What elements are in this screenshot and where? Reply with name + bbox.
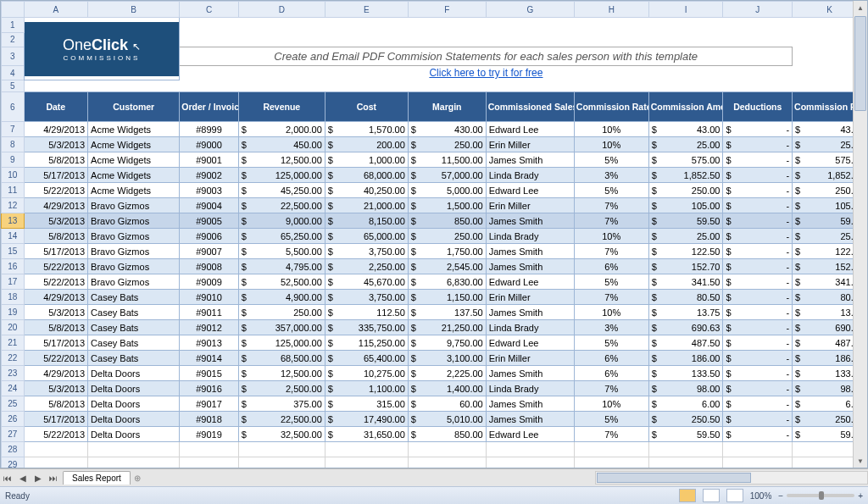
cell-margin[interactable]: $1,500.00	[408, 198, 486, 213]
cell-margin[interactable]: $250.00	[408, 137, 486, 152]
cell-revenue[interactable]: $12,500.00	[238, 366, 325, 381]
cell-revenue[interactable]: $250.00	[238, 305, 325, 320]
row-header-11[interactable]: 11	[2, 183, 25, 198]
header-amt[interactable]: Commission Amount	[648, 92, 723, 122]
cell-cost[interactable]: $40,250.00	[325, 183, 408, 198]
cell-deductions[interactable]: $-	[723, 244, 793, 259]
row-header-2[interactable]: 2	[2, 32, 25, 47]
cell-margin[interactable]: $11,500.00	[408, 152, 486, 168]
cell-rate[interactable]: 10%	[574, 396, 648, 412]
cell-empty[interactable]	[325, 457, 408, 469]
cell-margin[interactable]: $137.50	[408, 305, 486, 320]
cell-cost[interactable]: $2,250.00	[325, 259, 408, 274]
row-header-8[interactable]: 8	[2, 137, 25, 152]
row-header-6[interactable]: 6	[2, 92, 25, 122]
cell-amount[interactable]: $80.50	[648, 290, 723, 305]
cell-date[interactable]: 5/22/2013	[24, 259, 88, 274]
cell-customer[interactable]: Bravo Gizmos	[88, 229, 180, 244]
tab-nav-last[interactable]: ⏭	[46, 474, 61, 483]
cell-empty[interactable]	[24, 442, 88, 457]
cell-revenue[interactable]: $22,500.00	[238, 198, 325, 213]
row-header-25[interactable]: 25	[2, 396, 25, 412]
cell-date[interactable]: 5/22/2013	[24, 183, 88, 198]
cell-salesperson[interactable]: James Smith	[486, 305, 574, 320]
cell-cost[interactable]: $200.00	[325, 137, 408, 152]
cell-revenue[interactable]: $68,500.00	[238, 351, 325, 366]
cell-margin[interactable]: $57,000.00	[408, 168, 486, 183]
cell-revenue[interactable]: $357,000.00	[238, 320, 325, 335]
cell-deductions[interactable]: $-	[723, 412, 793, 427]
cell-revenue[interactable]: $32,500.00	[238, 427, 325, 442]
cell-amount[interactable]: $98.00	[648, 381, 723, 396]
cell-salesperson[interactable]: James Smith	[486, 396, 574, 412]
cell-empty[interactable]	[24, 457, 88, 469]
cell-rate[interactable]: 5%	[574, 183, 648, 198]
cell-cost[interactable]: $17,490.00	[325, 412, 408, 427]
cell-customer[interactable]: Bravo Gizmos	[88, 274, 180, 290]
row-header-1[interactable]: 1	[2, 18, 25, 33]
row-header-18[interactable]: 18	[2, 290, 25, 305]
cell-salesperson[interactable]: Linda Brady	[486, 168, 574, 183]
tab-nav-next[interactable]: ▶	[31, 474, 46, 483]
cell-margin[interactable]: $2,545.00	[408, 259, 486, 274]
cell-customer[interactable]: Delta Doors	[88, 427, 180, 442]
cell-amount[interactable]: $43.00	[648, 122, 723, 137]
cell-deductions[interactable]: $-	[723, 229, 793, 244]
cell-deductions[interactable]: $-	[723, 381, 793, 396]
cell-rate[interactable]: 7%	[574, 427, 648, 442]
cell-empty[interactable]	[723, 442, 793, 457]
cell-rate[interactable]: 10%	[574, 229, 648, 244]
cell-margin[interactable]: $5,000.00	[408, 183, 486, 198]
row-header-12[interactable]: 12	[2, 198, 25, 213]
cell-deductions[interactable]: $-	[723, 320, 793, 335]
cell-cost[interactable]: $1,000.00	[325, 152, 408, 168]
cell-empty[interactable]	[88, 442, 180, 457]
cell-customer[interactable]: Delta Doors	[88, 396, 180, 412]
cell-deductions[interactable]: $-	[723, 274, 793, 290]
cell-amount[interactable]: $6.00	[648, 396, 723, 412]
row-header-14[interactable]: 14	[2, 229, 25, 244]
cell-invoice[interactable]: #9011	[180, 305, 238, 320]
cell-rate[interactable]: 7%	[574, 290, 648, 305]
insert-sheet-icon[interactable]: ⊕	[134, 474, 141, 483]
scroll-up-arrow[interactable]: ▲	[854, 1, 867, 14]
cell-rate[interactable]: 3%	[574, 320, 648, 335]
cell-deductions[interactable]: $-	[723, 152, 793, 168]
cell-revenue[interactable]: $52,500.00	[238, 274, 325, 290]
row-header-10[interactable]: 10	[2, 168, 25, 183]
cell-margin[interactable]: $430.00	[408, 122, 486, 137]
cell-customer[interactable]: Casey Bats	[88, 290, 180, 305]
row-header-9[interactable]: 9	[2, 152, 25, 168]
hscroll-thumb[interactable]	[597, 473, 751, 483]
cell-amount[interactable]: $122.50	[648, 244, 723, 259]
cell-empty[interactable]	[24, 80, 866, 92]
cell-rate[interactable]: 7%	[574, 244, 648, 259]
tab-nav-first[interactable]: ⏮	[0, 474, 15, 483]
cell-margin[interactable]: $850.00	[408, 427, 486, 442]
cell-empty[interactable]	[486, 442, 574, 457]
cell-customer[interactable]: Bravo Gizmos	[88, 198, 180, 213]
row-header-16[interactable]: 16	[2, 259, 25, 274]
cell-empty[interactable]	[180, 32, 867, 47]
cell-rate[interactable]: 10%	[574, 137, 648, 152]
cell-revenue[interactable]: $9,000.00	[238, 213, 325, 229]
cell-deductions[interactable]: $-	[723, 366, 793, 381]
cell-cost[interactable]: $31,650.00	[325, 427, 408, 442]
header-ded[interactable]: Deductions	[723, 92, 793, 122]
cell-date[interactable]: 5/8/2013	[24, 152, 88, 168]
cell-margin[interactable]: $6,830.00	[408, 274, 486, 290]
cell-margin[interactable]: $60.00	[408, 396, 486, 412]
cell-salesperson[interactable]: Erin Miller	[486, 137, 574, 152]
cell-amount[interactable]: $1,852.50	[648, 168, 723, 183]
try-free-link[interactable]: Click here to try it for free	[180, 66, 793, 80]
cell-empty[interactable]	[238, 457, 325, 469]
cell-rate[interactable]: 7%	[574, 381, 648, 396]
cell-invoice[interactable]: #9015	[180, 366, 238, 381]
cell-cost[interactable]: $112.50	[325, 305, 408, 320]
cell-invoice[interactable]: #9012	[180, 320, 238, 335]
tab-nav-prev[interactable]: ◀	[15, 474, 31, 483]
cell-customer[interactable]: Casey Bats	[88, 320, 180, 335]
cell-invoice[interactable]: #9000	[180, 137, 238, 152]
cell-deductions[interactable]: $-	[723, 122, 793, 137]
cell-date[interactable]: 5/17/2013	[24, 244, 88, 259]
